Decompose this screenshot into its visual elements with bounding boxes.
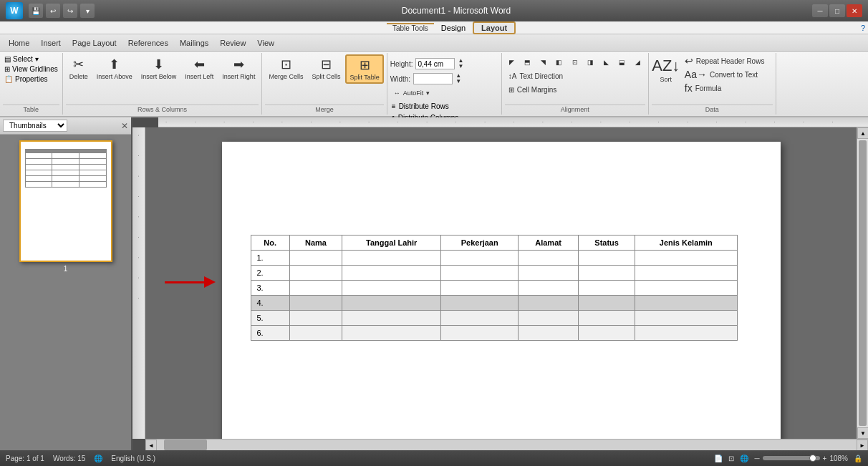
- view-web-icon[interactable]: 🌐: [740, 455, 748, 462]
- cell-row3-sts[interactable]: [579, 281, 635, 296]
- table-row[interactable]: 1.: [251, 251, 737, 266]
- cell-row2-tgl[interactable]: [342, 266, 441, 281]
- autofit-dropdown[interactable]: ▾: [426, 89, 430, 97]
- save-icon[interactable]: 💾: [29, 4, 43, 18]
- cell-row3-pek[interactable]: [441, 281, 519, 296]
- cell-row2-jk[interactable]: [635, 266, 737, 281]
- select-button[interactable]: ▤ Select ▾: [3, 54, 59, 64]
- cell-row1-tgl[interactable]: [342, 251, 441, 266]
- zoom-slider[interactable]: [763, 456, 820, 460]
- view-fullscreen-icon[interactable]: ⊡: [728, 455, 734, 462]
- quick-access-toolbar[interactable]: 💾 ↩ ↪ ▾: [29, 4, 95, 18]
- cell-row1-nama[interactable]: [289, 251, 342, 266]
- cell-row5-sts[interactable]: [579, 311, 635, 326]
- insert-right-button[interactable]: ➡ Insert Right: [218, 54, 259, 82]
- cell-row2-ala[interactable]: [519, 266, 579, 281]
- qs-dropdown[interactable]: ▾: [80, 4, 95, 18]
- cell-row6-jk[interactable]: [635, 326, 737, 341]
- align-mid-center-button[interactable]: ⊡: [568, 57, 582, 67]
- menu-insert[interactable]: Insert: [35, 34, 67, 51]
- scroll-down-button[interactable]: ▼: [857, 427, 868, 439]
- h-scroll-track[interactable]: [157, 440, 857, 450]
- insert-left-button[interactable]: ⬅ Insert Left: [181, 54, 217, 82]
- cell-row3-ala[interactable]: [519, 281, 579, 296]
- cell-row1-ala[interactable]: [519, 251, 579, 266]
- menu-mailings[interactable]: Mailings: [174, 34, 214, 51]
- zoom-out-button[interactable]: ─: [754, 455, 759, 462]
- document-table[interactable]: No. Nama Tanggal Lahir Pekerjaan Alamat …: [251, 235, 738, 341]
- cell-row3-jk[interactable]: [635, 281, 737, 296]
- align-bot-center-button[interactable]: ⬓: [615, 57, 630, 67]
- table-row[interactable]: 5.: [251, 311, 737, 326]
- merge-cells-button[interactable]: ⊡ Merge Cells: [265, 54, 307, 82]
- tab-design[interactable]: Design: [434, 23, 473, 33]
- cell-row3-nama[interactable]: [289, 281, 342, 296]
- cell-row1-no[interactable]: 1.: [251, 251, 289, 266]
- height-input[interactable]: [415, 58, 455, 69]
- cell-row5-jk[interactable]: [635, 311, 737, 326]
- scroll-thumb[interactable]: [859, 140, 867, 426]
- cell-row5-nama[interactable]: [289, 311, 342, 326]
- thumbnail-close-button[interactable]: ✕: [121, 121, 128, 131]
- window-controls[interactable]: ─ □ ✕: [812, 4, 862, 17]
- split-table-button[interactable]: ⊞ Split Table: [345, 54, 383, 84]
- table-row[interactable]: 6.: [251, 326, 737, 341]
- cell-row3-tgl[interactable]: [342, 281, 441, 296]
- align-top-right-button[interactable]: ◥: [536, 57, 551, 67]
- menu-review[interactable]: Review: [214, 34, 251, 51]
- insert-below-button[interactable]: ⬇ Insert Below: [138, 54, 180, 82]
- repeat-header-rows-button[interactable]: ↩ Repeat Header Rows: [683, 54, 773, 67]
- cell-row3-no[interactable]: 3.: [251, 281, 289, 296]
- text-direction-button[interactable]: ↕A Text Direction: [505, 70, 566, 82]
- view-print-icon[interactable]: 📄: [714, 455, 723, 462]
- cell-row1-jk[interactable]: [635, 251, 737, 266]
- help-button[interactable]: ?: [861, 24, 865, 32]
- menu-view[interactable]: View: [251, 34, 280, 51]
- document-area[interactable]: No. Nama Tanggal Lahir Pekerjaan Alamat …: [145, 127, 857, 439]
- cell-row5-tgl[interactable]: [342, 311, 441, 326]
- autofit-button[interactable]: ↔ AutoFit ▾: [390, 87, 434, 99]
- properties-button[interactable]: 📋 Properties: [3, 74, 59, 84]
- distribute-rows-button[interactable]: ≡ Distribute Rows: [390, 101, 498, 112]
- menu-references[interactable]: References: [122, 34, 174, 51]
- cell-row6-pek[interactable]: [441, 326, 519, 341]
- cell-row5-pek[interactable]: [441, 311, 519, 326]
- scroll-up-button[interactable]: ▲: [857, 127, 868, 139]
- cell-row4-ala[interactable]: [519, 296, 579, 311]
- convert-to-text-button[interactable]: Aa→ Convert to Text: [683, 68, 773, 81]
- zoom-in-button[interactable]: +: [823, 455, 827, 462]
- zoom-thumb[interactable]: [809, 455, 816, 462]
- horizontal-scrollbar[interactable]: ◄ ►: [145, 439, 868, 450]
- redo-icon[interactable]: ↪: [63, 4, 77, 18]
- formula-button[interactable]: fx Formula: [683, 82, 773, 94]
- cell-row6-sts[interactable]: [579, 326, 635, 341]
- delete-button[interactable]: ✂ Delete: [66, 54, 92, 82]
- cell-row6-tgl[interactable]: [342, 326, 441, 341]
- align-mid-right-button[interactable]: ◨: [584, 57, 598, 67]
- select-dropdown-icon[interactable]: ▾: [35, 55, 39, 63]
- thumbnail-dropdown[interactable]: Thumbnails: [3, 120, 67, 132]
- cell-row5-no[interactable]: 5.: [251, 311, 289, 326]
- page-thumbnail-1[interactable]: [19, 140, 112, 262]
- width-spinner[interactable]: ▲▼: [455, 73, 461, 84]
- maximize-button[interactable]: □: [829, 4, 845, 17]
- close-button[interactable]: ✕: [847, 4, 862, 17]
- align-mid-left-button[interactable]: ◧: [552, 57, 566, 67]
- cell-row4-sts[interactable]: [579, 296, 635, 311]
- vertical-scrollbar[interactable]: ▲ ▼: [857, 127, 868, 439]
- width-input[interactable]: [413, 73, 453, 84]
- minimize-button[interactable]: ─: [812, 4, 828, 17]
- cell-row2-sts[interactable]: [579, 266, 635, 281]
- cell-row2-no[interactable]: 2.: [251, 266, 289, 281]
- height-spinner[interactable]: ▲▼: [458, 58, 463, 69]
- table-row[interactable]: 2.: [251, 266, 737, 281]
- align-top-center-button[interactable]: ⬒: [521, 57, 535, 67]
- cell-row2-pek[interactable]: [441, 266, 519, 281]
- table-row-selected[interactable]: 4.: [251, 296, 737, 311]
- cell-row4-pek[interactable]: [441, 296, 519, 311]
- menu-home[interactable]: Home: [3, 34, 35, 51]
- cell-row5-ala[interactable]: [519, 311, 579, 326]
- sort-button[interactable]: AZ↓ Sort: [652, 54, 680, 85]
- table-row[interactable]: 3.: [251, 281, 737, 296]
- cell-row6-ala[interactable]: [519, 326, 579, 341]
